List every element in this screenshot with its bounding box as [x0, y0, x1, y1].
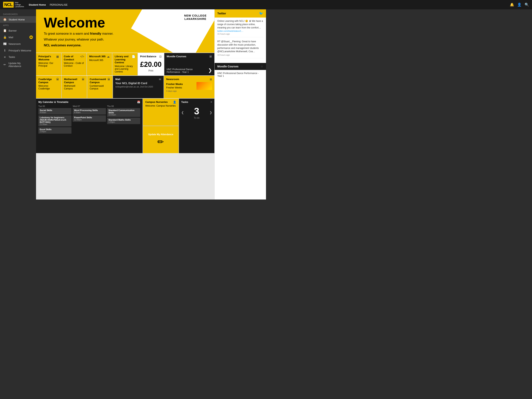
- tile-content: Welcome: Coatbridge: [38, 84, 59, 90]
- cumbernauld-tile[interactable]: Cumbernauld Campus 🏛 Cumbernauld Campus: [87, 76, 113, 98]
- tweet-1: Online Learning with NCL! 😊 🖥 We have a …: [217, 19, 263, 37]
- moodle-right-icon: 🏛: [260, 65, 263, 68]
- newsroom-icon: 📰: [3, 42, 7, 45]
- day-header: Tue 06: [38, 105, 71, 107]
- calendar-icon: 📅: [137, 101, 140, 103]
- moodle-title: Moodle Courses: [167, 55, 186, 58]
- tile-subtitle: Microsoft 365: [89, 59, 110, 62]
- ncl-logo[interactable]: NCL New College Lanarkshire: [3, 1, 24, 8]
- mail-tile-title: Mail: [115, 78, 120, 81]
- calendar-days: Tue 06 Social Skills 9:00am Lobotomy for…: [38, 105, 140, 135]
- ncl-logo-text: NCL: [3, 2, 14, 8]
- sidebar-item-banner[interactable]: 📋 Banner: [0, 27, 36, 34]
- library-tile[interactable]: Library and Learning Centres 📄 Welcome: …: [112, 53, 138, 75]
- tile-icon: 🏛: [56, 78, 59, 81]
- tile-content: Motherwell Campus: [64, 84, 85, 90]
- newsroom-icon: ⊞: [210, 78, 212, 81]
- calendar-day-1: Tue 06 Social Skills 9:00am Lobotomy for…: [38, 105, 71, 135]
- cal-event: Social Skills 9:00am: [38, 108, 71, 115]
- sidebar-item-mail[interactable]: 🔒 Mail 44: [0, 34, 36, 40]
- sidebar-item-label: Newsroom: [9, 42, 21, 45]
- welcome-title: Welcome: [44, 16, 207, 30]
- calendar-day-3: Thu 08 Standard Communication Skills 10:…: [107, 105, 140, 135]
- tasks-label: To-do: [194, 116, 200, 119]
- tile-title: Print Balance: [140, 55, 156, 58]
- principals-welcome-tile[interactable]: Principal's Welcome ▦ Welcome: Our Princ…: [36, 53, 61, 75]
- main-content: NEW COLLEGE LANARKSHIRE Welcome To greet…: [36, 9, 266, 200]
- coatbridge-tile[interactable]: Coatbridge Campus 🏛 Welcome: Coatbridge: [36, 76, 61, 98]
- nav-personalise[interactable]: PERSONALISE: [50, 3, 68, 6]
- twitter-content: Online Learning with NCL! 😊 🖥 We have a …: [215, 18, 266, 63]
- cal-event: Excel Skills 2:00pm: [38, 127, 71, 134]
- tile-icon: ☁: [107, 55, 110, 58]
- sidebar-item-student-home[interactable]: 🏠 Student Home: [0, 16, 36, 23]
- college-name-line1: NEW COLLEGE: [184, 14, 207, 17]
- twitter-header: Twitter 🐦: [215, 9, 266, 18]
- moodle-right-content: HNC Professional Dance Performance - Yea…: [215, 70, 266, 79]
- tile-content: Cumbernauld Campus: [89, 84, 110, 90]
- cal-event: Standard Maths Skills 1:00pm: [107, 118, 140, 124]
- calendar-day-2: Wed 07 Word Processing Skills 9:30am Pow…: [73, 105, 106, 135]
- nurseries-tile[interactable]: Campus Nurseries 👤 Welcome: Campus Nurse…: [143, 99, 178, 126]
- mail-tile[interactable]: Mail ✉ Your NCL Digital ID Card ncltoget…: [113, 76, 163, 98]
- cal-event: Standard Communication Skills 10:00am: [107, 108, 140, 117]
- code-of-conduct-tile[interactable]: Code of Conduct </> Welcome - Code of Co…: [62, 53, 87, 75]
- tile-subtitle: Welcome - Code of Conduct: [64, 62, 84, 67]
- update-attendance-tile[interactable]: Update My Attendance ✏: [143, 126, 178, 153]
- moodle-course-name: HNC Professional Dance Performance - Yea…: [217, 72, 263, 77]
- dashboards-label: DASHBOARDS: [0, 12, 36, 16]
- tasks-navigation: ❮ 3 To-do ❯: [181, 104, 212, 121]
- calendar-title: My Calendar & Timetable: [38, 101, 68, 103]
- cal-event: PowerPoint Skills 12:00pm: [73, 115, 106, 122]
- tile-title: Library and Learning Centres: [115, 55, 132, 64]
- tasks-title: Tasks: [181, 101, 188, 103]
- cal-event: Lobotomy for beginners (NQUB-RAIN-P201A-…: [38, 115, 71, 126]
- tasks-prev-button[interactable]: ❮: [181, 111, 184, 114]
- tile-icon: 🏛: [82, 78, 84, 81]
- tweet-link[interactable]: twitter.com/i/web/status/1…: [217, 30, 263, 32]
- day-header: Wed 07: [73, 105, 106, 107]
- apps-label: APPS: [0, 23, 36, 27]
- tasks-count: 3: [194, 106, 200, 116]
- nav-student-home[interactable]: Student Home: [29, 3, 46, 6]
- sidebar-item-newsroom[interactable]: 📰 Newsroom: [0, 40, 36, 47]
- moodle-right-title: Moodle Courses: [217, 65, 239, 68]
- college-name-line2: LANARKSHIRE: [184, 17, 207, 21]
- mail-tile-icon: ✉: [159, 78, 161, 81]
- sidebar: DASHBOARDS 🏠 Student Home APPS 📋 Banner …: [0, 9, 36, 200]
- tile-title: Code of Conduct: [64, 55, 80, 61]
- nurseries-icon: 👤: [173, 101, 176, 104]
- motherwell-tile[interactable]: Motherwell Campus 🏛 Motherwell Campus: [62, 76, 87, 98]
- sidebar-item-label: Banner: [9, 29, 17, 32]
- sidebar-item-label: Principal's Welcome: [9, 49, 31, 52]
- tile-icon: 🏛: [108, 78, 110, 81]
- nurseries-attend-col: Campus Nurseries 👤 Welcome: Campus Nurse…: [143, 99, 178, 153]
- microsoft365-tile[interactable]: Microsoft 365 ☁ Microsoft 365: [87, 53, 112, 75]
- calendar-tile[interactable]: My Calendar & Timetable 📅 Tue 06 Social …: [36, 99, 143, 153]
- banner-icon: 📋: [3, 29, 7, 32]
- tasks-next-button[interactable]: ❯: [209, 111, 212, 114]
- mail-from: ncltogether@nclan.ac.uk, 2nd Oct 2020: [115, 85, 161, 88]
- sidebar-item-update-attendance[interactable]: ✏ Update My Attendance: [0, 60, 36, 69]
- twitter-icon: 🐦: [259, 11, 263, 16]
- newsroom-title: Newsroom: [166, 78, 179, 81]
- twitter-title: Twitter: [217, 12, 226, 15]
- sidebar-item-tasks[interactable]: ≡ Tasks: [0, 54, 36, 60]
- tweet-text: RT @Stuart__Fleming: Great to have discu…: [217, 40, 263, 53]
- top-navigation: NCL New College Lanarkshire Student Home…: [0, 0, 266, 9]
- attendance-icon: ✏: [3, 63, 6, 66]
- tile-subtitle: Welcome: Our Principal: [38, 62, 59, 67]
- welcome-subdesc: Whatever your journey, whatever your pat…: [44, 38, 207, 41]
- moodle-tile[interactable]: Moodle Courses 🏛 HNC Professional Dance …: [164, 53, 214, 75]
- ncl-subtitle: New College Lanarkshire: [15, 1, 24, 8]
- update-attend-title: Update My Attendance: [148, 133, 173, 136]
- print-amount: £20.00: [140, 60, 162, 69]
- print-balance-tile[interactable]: Print Balance ⊡ £20.00 Print: [138, 53, 164, 75]
- moodle-right-header: Moodle Courses 🏛: [215, 63, 266, 70]
- newsroom-tile[interactable]: Newsroom ⊞ Fresher Weeks Fresher Weeks 4…: [164, 76, 214, 98]
- sidebar-item-label: Student Home: [9, 18, 25, 21]
- sidebar-item-principals-welcome[interactable]: ℹ Principal's Welcome: [0, 47, 36, 54]
- tasks-tile[interactable]: Tasks ≡ ❮ 3 To-do ❯: [179, 99, 214, 153]
- moodle-nav-button[interactable]: ❯: [208, 68, 212, 73]
- moodle-course: HNC Professional Dance Performance - Yea…: [167, 68, 206, 73]
